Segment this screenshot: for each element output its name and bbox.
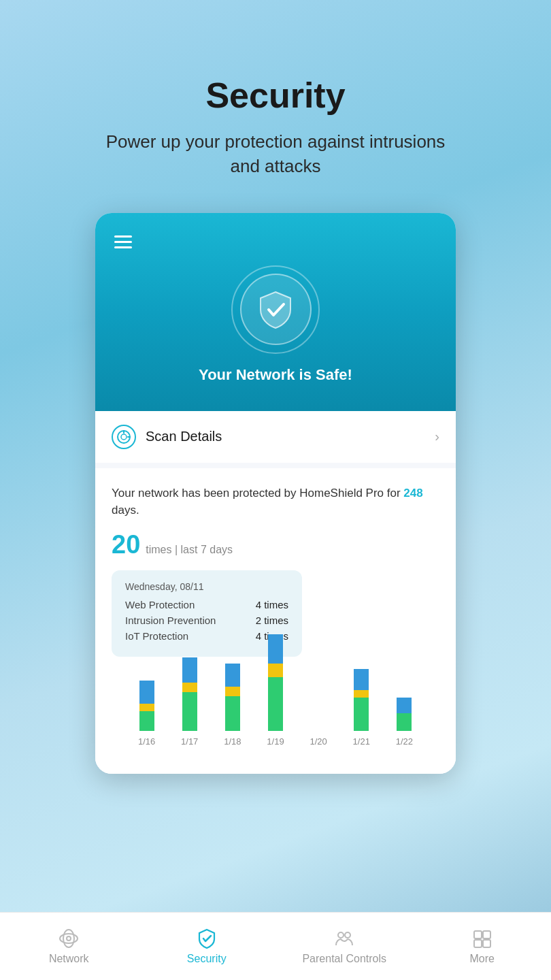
chart-area: 1/161/171/181/191/201/211/22: [112, 657, 439, 760]
nav-label-parental: Parental Controls: [302, 953, 386, 965]
more-icon: [472, 928, 492, 949]
svg-point-4: [60, 934, 78, 943]
svg-point-1: [121, 434, 127, 440]
page-subtitle: Power up your protection against intrusi…: [99, 129, 452, 179]
nav-item-security[interactable]: Security: [138, 928, 276, 965]
scan-details-label: Scan Details: [146, 429, 425, 444]
chevron-right-icon: ›: [435, 429, 439, 444]
svg-point-8: [345, 932, 350, 938]
tooltip-row-1: Web Protection 4 times: [125, 599, 288, 610]
tooltip-row-2: Intrusion Prevention 2 times: [125, 615, 288, 626]
parental-icon: [334, 928, 354, 949]
bar-group: 1/19: [267, 634, 284, 747]
page-title: Security: [205, 75, 345, 116]
nav-label-network: Network: [49, 953, 89, 965]
bar-group: 1/16: [138, 681, 155, 747]
bar-group: 1/21: [353, 669, 370, 747]
chart-bars: 1/161/171/181/191/201/211/22: [118, 665, 433, 747]
svg-point-6: [67, 936, 71, 941]
bar-group: 1/22: [396, 698, 413, 747]
nav-label-security: Security: [187, 953, 227, 965]
bar-group: 1/20: [310, 728, 327, 747]
hamburger-menu[interactable]: [114, 232, 132, 252]
scan-details-row[interactable]: Scan Details ›: [95, 411, 456, 463]
card-header: Your Network is Safe!: [95, 213, 456, 411]
protection-info-card: Your network has been protected by HomeS…: [95, 468, 456, 774]
svg-point-5: [63, 930, 74, 947]
svg-point-7: [338, 932, 344, 938]
main-card: Your Network is Safe! Scan Details › You…: [95, 213, 456, 774]
nav-item-parental[interactable]: Parental Controls: [276, 928, 414, 965]
bar-group: 1/17: [181, 657, 198, 747]
svg-rect-11: [474, 940, 482, 947]
safe-status-text: Your Network is Safe!: [199, 366, 352, 384]
nav-item-network[interactable]: Network: [0, 928, 138, 965]
times-row: 20 times | last 7 days: [112, 530, 439, 559]
tooltip-row-3: IoT Protection 4 times: [125, 630, 288, 642]
card-body: Scan Details › Your network has been pro…: [95, 411, 456, 774]
svg-rect-10: [483, 931, 490, 938]
shield-container: [231, 265, 320, 354]
network-icon: [59, 928, 79, 949]
svg-rect-12: [483, 940, 490, 947]
scan-icon: [112, 425, 136, 449]
bottom-nav: Network Security Parental Controls More: [0, 912, 551, 980]
shield-icon: [255, 289, 296, 330]
security-nav-icon: [197, 928, 217, 949]
svg-rect-9: [474, 931, 482, 938]
times-label: times | last 7 days: [146, 544, 233, 556]
bar-group: 1/18: [224, 664, 241, 747]
tooltip-date: Wednesday, 08/11: [125, 581, 288, 592]
days-highlight: 248: [403, 487, 422, 500]
nav-item-more[interactable]: More: [414, 928, 552, 965]
nav-label-more: More: [470, 953, 495, 965]
protection-text: Your network has been protected by HomeS…: [112, 485, 439, 519]
times-count: 20: [112, 530, 140, 559]
